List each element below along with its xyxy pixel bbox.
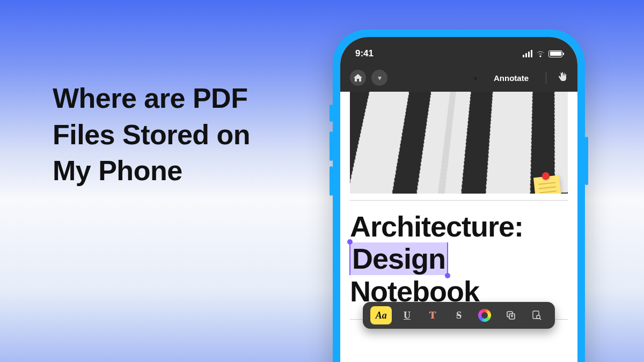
divider bbox=[350, 200, 568, 201]
volume-silent-switch bbox=[330, 105, 333, 122]
top-bar: 9:41 ▾ Annotate bbox=[340, 37, 577, 92]
copy-tool[interactable] bbox=[500, 306, 522, 324]
strikethrough-tool[interactable]: S bbox=[448, 306, 470, 324]
status-bar: 9:41 bbox=[340, 37, 577, 63]
status-time: 9:41 bbox=[355, 48, 374, 59]
wifi-icon bbox=[536, 50, 545, 57]
hand-icon bbox=[557, 71, 568, 82]
status-indicators bbox=[523, 50, 562, 57]
dropdown-button[interactable]: ▾ bbox=[371, 70, 387, 86]
highlighter-icon bbox=[473, 70, 488, 85]
title-line-1: Architecture: bbox=[350, 210, 523, 242]
highlight-tool[interactable]: Aa bbox=[370, 306, 392, 324]
svg-point-1 bbox=[560, 72, 561, 73]
search-page-icon bbox=[532, 311, 541, 320]
text-color-tool[interactable]: T bbox=[422, 306, 444, 324]
chevron-down-icon: ▾ bbox=[378, 73, 382, 82]
hero-image bbox=[350, 92, 568, 194]
selected-word: Design bbox=[352, 242, 445, 275]
underline-tool[interactable]: U bbox=[396, 306, 418, 324]
color-picker-tool[interactable] bbox=[474, 306, 495, 324]
home-icon bbox=[354, 74, 362, 82]
svg-point-2 bbox=[564, 72, 565, 73]
volume-down-button bbox=[330, 166, 333, 196]
annotate-button[interactable]: Annotate bbox=[494, 73, 529, 83]
annotation-toolbar: Aa U T S bbox=[363, 302, 555, 329]
app-nav-bar: ▾ Annotate bbox=[340, 67, 577, 88]
touch-mode-button[interactable] bbox=[557, 71, 568, 85]
battery-icon bbox=[548, 50, 562, 57]
cellular-icon bbox=[523, 50, 532, 57]
pin-icon bbox=[542, 172, 550, 180]
svg-point-0 bbox=[562, 72, 563, 73]
document-title[interactable]: Architecture: Design Notebook bbox=[350, 210, 568, 307]
color-wheel-icon bbox=[478, 309, 491, 322]
phone-mockup: 9:41 ▾ Annotate bbox=[333, 29, 585, 362]
volume-up-button bbox=[330, 131, 333, 161]
search-tool[interactable] bbox=[526, 306, 547, 324]
headline-text: Where are PDF Files Stored on My Phone bbox=[53, 80, 294, 189]
text-selection[interactable]: Design bbox=[350, 242, 448, 275]
home-button[interactable] bbox=[350, 70, 366, 86]
copy-icon bbox=[506, 311, 516, 320]
nav-separator bbox=[546, 72, 546, 84]
phone-screen: 9:41 ▾ Annotate bbox=[340, 37, 577, 362]
power-button bbox=[585, 137, 588, 185]
